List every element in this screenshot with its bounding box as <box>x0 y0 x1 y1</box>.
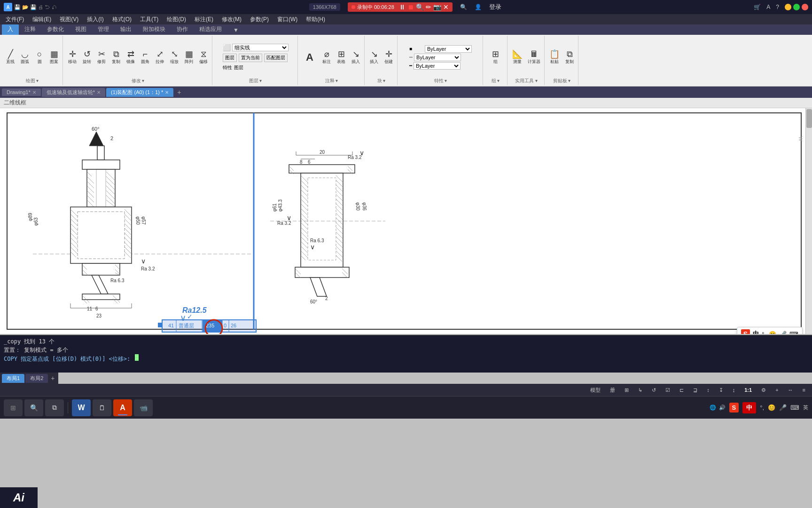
menu-modify[interactable]: 修改(M) <box>218 15 245 24</box>
btn-offset[interactable]: ⧖偏移 <box>197 37 210 78</box>
btn-arc[interactable]: ◡ 圆弧 <box>18 37 31 78</box>
menu-window[interactable]: 窗口(W) <box>273 15 301 24</box>
linetype-select[interactable]: ByLayer <box>414 54 461 61</box>
btn-rotate[interactable]: ↺旋转 <box>80 37 94 78</box>
btn-scale[interactable]: ⤡缩放 <box>168 37 181 78</box>
btn-set-current[interactable]: 置为当前 <box>239 54 262 62</box>
close-btn[interactable] <box>802 4 808 10</box>
tab-featured[interactable]: 精选应用 <box>194 24 227 35</box>
btn-array[interactable]: ▦阵列 <box>182 37 195 78</box>
status-zoom-out[interactable]: ↔ <box>785 386 796 394</box>
ime-tray-zh[interactable]: 中 <box>742 402 756 413</box>
ime-keyboard[interactable]: ⌨ <box>789 331 798 334</box>
tab-home[interactable]: 入 <box>2 24 19 35</box>
search-icon[interactable]: 🔍 <box>416 3 424 11</box>
menu-edit[interactable]: 编辑(E) <box>29 15 55 24</box>
btn-create-block[interactable]: ✛创建 <box>382 37 395 78</box>
tray-volume[interactable]: 🔊 <box>719 405 726 411</box>
minimize-btn[interactable] <box>785 4 791 10</box>
status-dyn[interactable]: ↕ <box>704 386 712 394</box>
tab-view[interactable]: 视图 <box>70 24 92 35</box>
btn-layer2[interactable]: 图层 <box>234 64 243 71</box>
lineweight-select[interactable]: ByLayer <box>414 62 461 70</box>
taskbar-autocad[interactable]: A <box>113 399 132 416</box>
color-select[interactable]: ByLayer <box>425 45 472 53</box>
tab-manage[interactable]: 管理 <box>92 24 115 35</box>
btn-calc[interactable]: 🖩计算器 <box>526 37 542 78</box>
layout-tab-add[interactable]: + <box>49 373 56 383</box>
camera-icon[interactable]: 📷 <box>433 3 441 11</box>
status-grid[interactable]: 册 <box>607 386 618 395</box>
doc-tab-assembly[interactable]: (1)装配图 (A0) (1：1) * ✕ <box>106 88 173 97</box>
ime-mode[interactable]: 中 <box>753 330 759 334</box>
tab-more[interactable]: ▼ <box>227 25 244 35</box>
doc-tab-assembly-close[interactable]: ✕ <box>165 90 169 95</box>
tab-annotate[interactable]: 注释 <box>19 24 41 35</box>
menu-tools[interactable]: 工具(T) <box>136 15 162 24</box>
tab-output[interactable]: 输出 <box>115 24 137 35</box>
ime-punct[interactable]: °, <box>762 331 766 334</box>
doc-tab-drawing1-close[interactable]: ✕ <box>32 90 36 95</box>
btn-circle[interactable]: ○ 圆 <box>33 37 46 78</box>
stop-btn[interactable]: ⏹ <box>407 3 414 11</box>
btn-trim[interactable]: ✂修剪 <box>95 37 108 78</box>
status-osnap[interactable]: ☑ <box>663 386 673 394</box>
taskbar-search[interactable]: 🔍 <box>24 399 43 416</box>
btn-copy-clip[interactable]: ⧉复制 <box>563 37 576 78</box>
menu-help[interactable]: 帮助(H) <box>302 15 329 24</box>
tab-collab[interactable]: 协作 <box>171 24 194 35</box>
btn-hatch[interactable]: ▦ 图案 <box>47 37 61 78</box>
status-ducs[interactable]: ⊒ <box>690 386 700 394</box>
status-settings[interactable]: ⚙ <box>758 386 769 394</box>
layer-select[interactable]: 细实线 <box>232 44 289 51</box>
doc-tab-add-btn[interactable]: + <box>174 87 184 97</box>
scrollbar-right[interactable] <box>805 108 812 334</box>
scrollbar-thumb[interactable] <box>806 109 812 128</box>
layout-tab-1[interactable]: 布局1 <box>2 374 24 383</box>
btn-table[interactable]: ⊞表格 <box>335 37 348 78</box>
btn-insert-block[interactable]: ↘插入 <box>367 37 381 78</box>
maximize-btn[interactable] <box>793 4 800 10</box>
status-polar[interactable]: ↺ <box>649 386 659 394</box>
ime-toolbar[interactable]: S 中 °, 😊 🎤 ⌨ <box>737 327 803 334</box>
doc-tab-gear-close[interactable]: ✕ <box>97 90 101 95</box>
tray-punct[interactable]: °, <box>760 404 764 411</box>
magnify-icon[interactable]: 🔍 <box>460 4 467 10</box>
close-recording-btn[interactable]: ✕ <box>443 3 449 11</box>
taskbar-taskview[interactable]: ⧉ <box>45 399 64 416</box>
taskbar-notepad[interactable]: 🗒 <box>93 399 111 416</box>
login-label[interactable]: 登录 <box>489 3 501 11</box>
canvas[interactable]: 60° 2 φ89 φ63 φ50 φ57 Ra 3.2 Ra 6.3 ∨ 11… <box>0 108 812 334</box>
doc-tab-gear[interactable]: 低速轴及低速轴齿轮* ✕ <box>42 88 105 97</box>
menu-param[interactable]: 参数(P) <box>246 15 273 24</box>
menu-insert[interactable]: 插入(I) <box>83 15 107 24</box>
status-snap[interactable]: ⊞ <box>622 386 632 394</box>
status-trans[interactable]: ↨ <box>730 386 738 394</box>
ime-tray-s[interactable]: S <box>729 403 739 413</box>
btn-copy[interactable]: ⧉复制 <box>109 37 123 78</box>
drawing-area[interactable]: 60° 2 φ89 φ63 φ50 φ57 Ra 3.2 Ra 6.3 ∨ 11… <box>0 108 812 334</box>
btn-fillet[interactable]: ⌐圆角 <box>139 37 152 78</box>
menu-view[interactable]: 视图(V) <box>56 15 82 24</box>
menu-dim[interactable]: 标注(E) <box>191 15 217 24</box>
menu-draw[interactable]: 绘图(D) <box>163 15 190 24</box>
doc-tab-drawing1[interactable]: Drawing1* ✕ <box>2 88 41 96</box>
user-icon[interactable]: 👤 <box>475 4 482 10</box>
btn-mirror[interactable]: ⇄镜像 <box>124 37 137 78</box>
btn-dim[interactable]: ⌀标注 <box>320 37 333 78</box>
btn-match-layer[interactable]: 匹配图层 <box>264 54 288 62</box>
tray-keyboard[interactable]: ⌨ <box>790 404 799 411</box>
ime-voice[interactable]: 🎤 <box>779 331 787 334</box>
tab-parametric[interactable]: 参数化 <box>41 24 70 35</box>
status-zoom-in[interactable]: + <box>773 386 781 394</box>
btn-layer-prop[interactable]: 特性 <box>223 64 232 71</box>
status-lw[interactable]: ↧ <box>716 386 726 394</box>
font-icon[interactable]: A <box>766 4 770 10</box>
taskbar-word[interactable]: W <box>72 399 91 416</box>
btn-insert[interactable]: ↘插入 <box>349 37 362 78</box>
btn-paste[interactable]: 📋粘贴 <box>547 37 562 78</box>
menu-format[interactable]: 格式(O) <box>109 15 135 24</box>
status-ortho[interactable]: ↳ <box>635 386 645 394</box>
ime-emoji[interactable]: 😊 <box>769 331 776 334</box>
btn-move[interactable]: ✛移动 <box>66 37 79 78</box>
